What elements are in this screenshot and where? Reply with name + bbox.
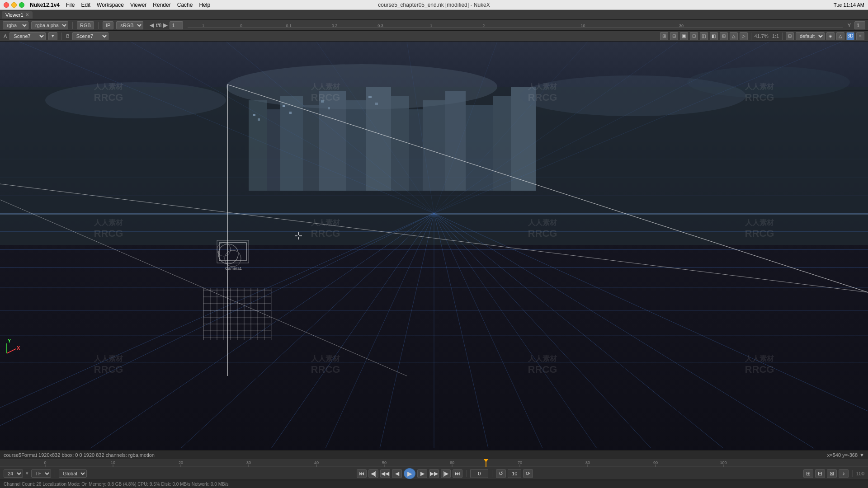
y-input[interactable] [854,21,865,29]
svg-rect-15 [280,96,303,191]
svg-rect-14 [267,109,280,191]
view-icon-2[interactable]: ⊟ [670,32,678,40]
right-sep [751,33,751,40]
tf-select[interactable]: TF [31,469,51,478]
tab-close-icon[interactable]: ✕ [25,12,29,17]
more-icon[interactable]: ≡ [856,32,864,40]
timeline-btn3[interactable]: ⊠ [827,469,837,478]
display-select[interactable]: default [796,32,825,40]
zoom-ratio: 1:1 [772,33,779,39]
view-icon-4[interactable]: ⊡ [690,32,698,40]
go-to-start-btn[interactable]: ⏮ [357,469,367,478]
channel-select[interactable]: rgba rgb alpha [3,21,28,29]
gain-icon[interactable]: △ [836,32,844,40]
viewer-viewport[interactable]: Camera1 X Y 人人素材 RRCG [0,42,868,450]
app-name[interactable]: Nuke12.1v4 [30,2,60,8]
svg-text:30: 30 [246,460,251,465]
layout-icon[interactable]: ⊟ [786,32,794,40]
app: Viewer1 ✕ rgba rgb alpha rgba.alpha RGB … [0,10,868,488]
menu-cache[interactable]: Cache [177,2,193,8]
loop-count-input[interactable] [508,469,521,478]
view-icon-6[interactable]: ◧ [710,32,718,40]
svg-text:100: 100 [720,460,726,465]
view-icon-5[interactable]: ◫ [700,32,708,40]
ab-left: A Scene7 ▾ B Scene7 [4,32,108,40]
timeline-controls: 24 25 30 ▾ TF Global ⏮ ◀| ◀◀ ◀ ▶ ▶ ▶▶ |▶… [0,467,868,480]
y-label: Y [848,23,851,28]
color-icon[interactable]: ◈ [826,32,835,40]
prev-frame-btn[interactable]: ◀ [150,22,154,28]
svg-rect-20 [391,96,409,191]
timeline-btn2[interactable]: ⊟ [815,469,825,478]
rgb-btn[interactable]: RGB [77,21,94,29]
3d-icon[interactable]: 3D [846,32,854,40]
fps-label: ▾ [26,470,28,476]
svg-text:1: 1 [430,23,433,28]
timeline-settings-btn[interactable]: ⊞ [803,469,813,478]
svg-text:30: 30 [679,23,684,28]
next-keyframe-btn[interactable]: |▶ [441,469,451,478]
play-fwd-btn[interactable]: ▶▶ [429,469,439,478]
svg-rect-25 [493,96,511,191]
ctrl-sep1 [55,470,55,477]
menu-file[interactable]: File [66,2,75,8]
view-icon-7[interactable]: ⊞ [720,32,728,40]
step-fwd-btn[interactable]: ▶ [417,469,427,478]
menu-edit[interactable]: Edit [81,2,90,8]
svg-text:0: 0 [240,23,242,28]
ip-btn[interactable]: IP [103,21,113,29]
scene-b-select[interactable]: Scene7 [72,32,108,40]
viewer-status: course5Format 1920x832 bbox: 0 0 1920 83… [0,450,868,459]
viewer-toolbar: Viewer1 ✕ [0,10,868,20]
svg-text:90: 90 [653,460,658,465]
view-icon-8[interactable]: △ [730,32,738,40]
close-button[interactable] [4,2,9,8]
global-select[interactable]: Global [59,469,87,478]
fps-select[interactable]: 24 25 30 [4,469,23,478]
view-icon-3[interactable]: ▣ [680,32,688,40]
step-back-btn[interactable]: ◀ [392,469,402,478]
svg-text:0.3: 0.3 [378,23,384,28]
color-toolbar: rgba rgb alpha rgba.alpha RGB IP sRGB li… [0,20,868,31]
svg-text:10: 10 [581,23,585,28]
svg-point-36 [226,64,497,109]
menu-workspace[interactable]: Workspace [97,2,124,8]
svg-text:20: 20 [179,460,183,465]
frame-input[interactable] [170,21,183,29]
macos-menubar: Nuke12.1v4 File Edit Workspace Viewer Re… [0,0,868,10]
viewer1-tab[interactable]: Viewer1 ✕ [2,11,33,19]
scene-a-menu-btn[interactable]: ▾ [48,32,57,40]
go-to-end-btn[interactable]: ⏭ [453,469,462,478]
colorspace-select[interactable]: sRGB linear [116,21,143,29]
maximize-button[interactable] [19,2,24,8]
separator [72,22,73,29]
svg-rect-27 [253,114,255,116]
menu-help[interactable]: Help [199,2,210,8]
loop-next-btn[interactable]: ⟳ [523,469,533,478]
frame-display: f/8 [156,23,161,28]
svg-rect-30 [289,112,292,114]
viewer1-label: Viewer1 [5,12,24,18]
timeline-ruler: 0 10 20 30 40 50 60 70 80 90 100 [0,459,868,467]
scene-a-select[interactable]: Scene7 [9,32,46,40]
viewer-status-arrow[interactable]: ▼ [859,452,864,458]
audio-btn[interactable]: ♪ [839,469,849,478]
current-frame-input[interactable] [470,469,488,478]
menu-viewer[interactable]: Viewer [130,2,146,8]
alpha-select[interactable]: rgba.alpha [31,21,68,29]
status-bar: Channel Count: 26 Localization Mode: On … [0,480,868,488]
next-frame-btn[interactable]: ▶ [163,22,168,28]
loop-btn[interactable]: ↺ [496,469,506,478]
macos-time: Tue 11:14 AM [834,2,864,8]
svg-point-35 [45,82,226,118]
view-icon-1[interactable]: ⊞ [660,32,668,40]
menu-render[interactable]: Render [153,2,170,8]
play-backward-btn[interactable]: ◀◀ [380,469,390,478]
viewer-ruler: -1 0 0.1 0.2 0.3 1 2 10 30 [188,23,843,28]
viewer-coords: x=540 y=-368 [827,452,858,458]
view-icon-9[interactable]: ▷ [740,32,748,40]
viewer-format-status: course5Format 1920x832 bbox: 0 0 1920 83… [4,452,155,458]
play-btn[interactable]: ▶ [404,468,415,479]
minimize-button[interactable] [11,2,17,8]
prev-keyframe-btn[interactable]: ◀| [368,469,378,478]
